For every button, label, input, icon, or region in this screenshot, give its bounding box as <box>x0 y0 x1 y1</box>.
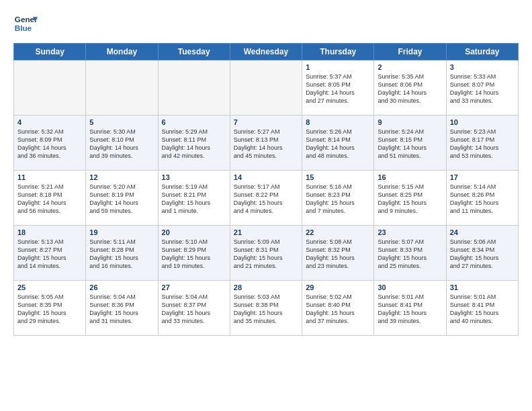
cal-cell-27: 27Sunrise: 5:04 AM Sunset: 8:37 PM Dayli… <box>158 281 230 336</box>
day-number: 21 <box>234 228 298 236</box>
cal-cell-4: 4Sunrise: 5:32 AM Sunset: 8:09 PM Daylig… <box>14 116 86 171</box>
calendar-week-1: 1Sunrise: 5:37 AM Sunset: 8:05 PM Daylig… <box>14 60 519 116</box>
cal-cell-13: 13Sunrise: 5:19 AM Sunset: 8:21 PM Dayli… <box>158 171 230 226</box>
cal-cell-7: 7Sunrise: 5:27 AM Sunset: 8:13 PM Daylig… <box>230 116 302 171</box>
cal-cell-empty <box>14 60 86 116</box>
cell-info: Sunrise: 5:27 AM Sunset: 8:13 PM Dayligh… <box>234 128 298 161</box>
calendar-week-2: 4Sunrise: 5:32 AM Sunset: 8:09 PM Daylig… <box>14 116 519 171</box>
cell-info: Sunrise: 5:01 AM Sunset: 8:41 PM Dayligh… <box>450 293 515 326</box>
day-number: 15 <box>306 173 370 181</box>
cal-cell-empty <box>86 60 158 116</box>
cal-cell-18: 18Sunrise: 5:13 AM Sunset: 8:27 PM Dayli… <box>14 226 86 281</box>
cal-cell-15: 15Sunrise: 5:16 AM Sunset: 8:23 PM Dayli… <box>302 171 374 226</box>
cell-info: Sunrise: 5:15 AM Sunset: 8:25 PM Dayligh… <box>378 183 442 216</box>
cell-info: Sunrise: 5:32 AM Sunset: 8:09 PM Dayligh… <box>17 128 82 161</box>
day-number: 31 <box>450 283 515 291</box>
cal-cell-26: 26Sunrise: 5:04 AM Sunset: 8:36 PM Dayli… <box>86 281 158 336</box>
day-number: 7 <box>234 118 298 126</box>
cal-cell-9: 9Sunrise: 5:24 AM Sunset: 8:15 PM Daylig… <box>374 116 446 171</box>
day-number: 19 <box>89 228 154 236</box>
calendar-week-4: 18Sunrise: 5:13 AM Sunset: 8:27 PM Dayli… <box>14 226 519 281</box>
cell-info: Sunrise: 5:06 AM Sunset: 8:34 PM Dayligh… <box>450 238 515 271</box>
day-number: 24 <box>450 228 515 236</box>
day-header-sunday: Sunday <box>14 44 86 60</box>
cell-info: Sunrise: 5:05 AM Sunset: 8:35 PM Dayligh… <box>17 293 82 326</box>
cal-cell-30: 30Sunrise: 5:01 AM Sunset: 8:41 PM Dayli… <box>374 281 446 336</box>
cal-cell-21: 21Sunrise: 5:09 AM Sunset: 8:31 PM Dayli… <box>230 226 302 281</box>
cal-cell-10: 10Sunrise: 5:23 AM Sunset: 8:17 PM Dayli… <box>446 116 518 171</box>
day-header-row: SundayMondayTuesdayWednesdayThursdayFrid… <box>14 44 519 60</box>
cell-info: Sunrise: 5:01 AM Sunset: 8:41 PM Dayligh… <box>378 293 442 326</box>
cell-info: Sunrise: 5:35 AM Sunset: 8:06 PM Dayligh… <box>378 73 442 105</box>
cell-info: Sunrise: 5:08 AM Sunset: 8:32 PM Dayligh… <box>306 238 370 271</box>
day-number: 30 <box>378 283 442 291</box>
cal-cell-12: 12Sunrise: 5:20 AM Sunset: 8:19 PM Dayli… <box>86 171 158 226</box>
cal-cell-1: 1Sunrise: 5:37 AM Sunset: 8:05 PM Daylig… <box>302 60 374 116</box>
day-header-friday: Friday <box>374 44 446 60</box>
cell-info: Sunrise: 5:17 AM Sunset: 8:22 PM Dayligh… <box>234 183 298 216</box>
cell-info: Sunrise: 5:13 AM Sunset: 8:27 PM Dayligh… <box>17 238 82 271</box>
svg-text:Blue: Blue <box>15 24 32 32</box>
cal-cell-14: 14Sunrise: 5:17 AM Sunset: 8:22 PM Dayli… <box>230 171 302 226</box>
cal-cell-20: 20Sunrise: 5:10 AM Sunset: 8:29 PM Dayli… <box>158 226 230 281</box>
day-number: 16 <box>378 173 442 181</box>
cal-cell-16: 16Sunrise: 5:15 AM Sunset: 8:25 PM Dayli… <box>374 171 446 226</box>
cell-info: Sunrise: 5:09 AM Sunset: 8:31 PM Dayligh… <box>234 238 298 271</box>
day-number: 6 <box>162 118 226 126</box>
cal-cell-28: 28Sunrise: 5:03 AM Sunset: 8:38 PM Dayli… <box>230 281 302 336</box>
cal-cell-2: 2Sunrise: 5:35 AM Sunset: 8:06 PM Daylig… <box>374 60 446 116</box>
cell-info: Sunrise: 5:11 AM Sunset: 8:28 PM Dayligh… <box>89 238 154 271</box>
day-number: 29 <box>306 283 370 291</box>
day-number: 20 <box>162 228 226 236</box>
calendar-week-3: 11Sunrise: 5:21 AM Sunset: 8:18 PM Dayli… <box>14 171 519 226</box>
day-number: 17 <box>450 173 515 181</box>
day-number: 23 <box>378 228 442 236</box>
cal-cell-22: 22Sunrise: 5:08 AM Sunset: 8:32 PM Dayli… <box>302 226 374 281</box>
day-header-monday: Monday <box>86 44 158 60</box>
day-header-saturday: Saturday <box>446 44 518 60</box>
day-number: 2 <box>378 63 442 71</box>
cal-cell-31: 31Sunrise: 5:01 AM Sunset: 8:41 PM Dayli… <box>446 281 518 336</box>
day-number: 18 <box>17 228 82 236</box>
day-number: 11 <box>17 173 82 181</box>
page-header: General Blue <box>13 12 519 36</box>
cal-cell-29: 29Sunrise: 5:02 AM Sunset: 8:40 PM Dayli… <box>302 281 374 336</box>
cell-info: Sunrise: 5:33 AM Sunset: 8:07 PM Dayligh… <box>450 73 515 105</box>
cell-info: Sunrise: 5:29 AM Sunset: 8:11 PM Dayligh… <box>162 128 226 161</box>
day-header-tuesday: Tuesday <box>158 44 230 60</box>
cal-cell-17: 17Sunrise: 5:14 AM Sunset: 8:26 PM Dayli… <box>446 171 518 226</box>
day-number: 25 <box>17 283 82 291</box>
logo: General Blue <box>13 12 38 36</box>
day-number: 22 <box>306 228 370 236</box>
cell-info: Sunrise: 5:03 AM Sunset: 8:38 PM Dayligh… <box>234 293 298 326</box>
cell-info: Sunrise: 5:10 AM Sunset: 8:29 PM Dayligh… <box>162 238 226 271</box>
day-number: 3 <box>450 63 515 71</box>
logo-icon: General Blue <box>13 12 38 36</box>
calendar-week-5: 25Sunrise: 5:05 AM Sunset: 8:35 PM Dayli… <box>14 281 519 336</box>
cal-cell-8: 8Sunrise: 5:26 AM Sunset: 8:14 PM Daylig… <box>302 116 374 171</box>
day-number: 10 <box>450 118 515 126</box>
cal-cell-6: 6Sunrise: 5:29 AM Sunset: 8:11 PM Daylig… <box>158 116 230 171</box>
calendar-table: SundayMondayTuesdayWednesdayThursdayFrid… <box>13 43 519 336</box>
cal-cell-25: 25Sunrise: 5:05 AM Sunset: 8:35 PM Dayli… <box>14 281 86 336</box>
cal-cell-23: 23Sunrise: 5:07 AM Sunset: 8:33 PM Dayli… <box>374 226 446 281</box>
cell-info: Sunrise: 5:07 AM Sunset: 8:33 PM Dayligh… <box>378 238 442 271</box>
cal-cell-24: 24Sunrise: 5:06 AM Sunset: 8:34 PM Dayli… <box>446 226 518 281</box>
cell-info: Sunrise: 5:30 AM Sunset: 8:10 PM Dayligh… <box>89 128 154 161</box>
cal-cell-11: 11Sunrise: 5:21 AM Sunset: 8:18 PM Dayli… <box>14 171 86 226</box>
cell-info: Sunrise: 5:24 AM Sunset: 8:15 PM Dayligh… <box>378 128 442 161</box>
day-number: 13 <box>162 173 226 181</box>
cell-info: Sunrise: 5:19 AM Sunset: 8:21 PM Dayligh… <box>162 183 226 216</box>
day-number: 9 <box>378 118 442 126</box>
day-number: 26 <box>89 283 154 291</box>
cal-cell-empty <box>158 60 230 116</box>
cell-info: Sunrise: 5:02 AM Sunset: 8:40 PM Dayligh… <box>306 293 370 326</box>
cell-info: Sunrise: 5:14 AM Sunset: 8:26 PM Dayligh… <box>450 183 515 216</box>
day-number: 28 <box>234 283 298 291</box>
cell-info: Sunrise: 5:26 AM Sunset: 8:14 PM Dayligh… <box>306 128 370 161</box>
cell-info: Sunrise: 5:37 AM Sunset: 8:05 PM Dayligh… <box>306 73 370 105</box>
cell-info: Sunrise: 5:16 AM Sunset: 8:23 PM Dayligh… <box>306 183 370 216</box>
cell-info: Sunrise: 5:04 AM Sunset: 8:36 PM Dayligh… <box>89 293 154 326</box>
cal-cell-19: 19Sunrise: 5:11 AM Sunset: 8:28 PM Dayli… <box>86 226 158 281</box>
cell-info: Sunrise: 5:04 AM Sunset: 8:37 PM Dayligh… <box>162 293 226 326</box>
